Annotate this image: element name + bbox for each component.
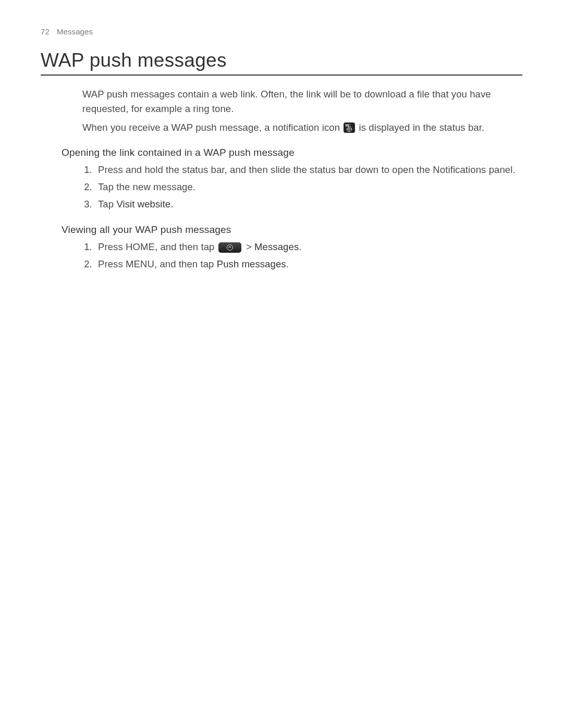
wap-notification-icon <box>344 122 355 133</box>
step-item: Tap Visit website. <box>95 197 522 212</box>
step-item: Tap the new message. <box>95 180 522 195</box>
push-messages-label: Push messages <box>217 258 286 269</box>
content-body: WAP push messages contain a web link. Of… <box>41 78 522 272</box>
page-title: WAP push messages <box>41 50 522 76</box>
messages-label: Messages <box>254 241 299 252</box>
step-item: Press MENU, and then tap Push messages. <box>95 257 522 272</box>
step-item: Press HOME, and then tap > Messages. <box>95 240 522 255</box>
subheading-opening-link: Opening the link contained in a WAP push… <box>62 147 522 158</box>
steps-viewing-all: Press HOME, and then tap > Messages. Pre… <box>82 240 522 272</box>
subheading-viewing-all: Viewing all your WAP push messages <box>62 224 522 236</box>
step-text: Press MENU, and then tap <box>98 258 217 269</box>
document-page: 72 Messages WAP push messages WAP push m… <box>0 0 563 728</box>
page-number: 72 <box>41 27 50 36</box>
step-text-gt: > <box>243 241 254 252</box>
step-text: Tap <box>98 199 116 209</box>
steps-opening-link: Press and hold the status bar, and then … <box>82 163 522 212</box>
chapter-name: Messages <box>57 27 93 36</box>
visit-website-label: Visit website <box>116 199 170 209</box>
all-apps-icon <box>218 242 241 253</box>
step-text-tail: . <box>299 241 301 252</box>
step-text: Press HOME, and then tap <box>98 241 217 252</box>
intro-paragraph-1: WAP push messages contain a web link. Of… <box>82 87 522 116</box>
step-item: Press and hold the status bar, and then … <box>95 163 522 178</box>
step-text-tail: . <box>170 199 173 209</box>
intro-text-before-icon: When you receive a WAP push message, a n… <box>82 122 342 133</box>
step-text-tail: . <box>286 258 289 269</box>
intro-paragraph-2: When you receive a WAP push message, a n… <box>82 120 522 135</box>
page-header: 72 Messages <box>41 27 522 36</box>
intro-text-after-icon: is displayed in the status bar. <box>356 122 484 133</box>
